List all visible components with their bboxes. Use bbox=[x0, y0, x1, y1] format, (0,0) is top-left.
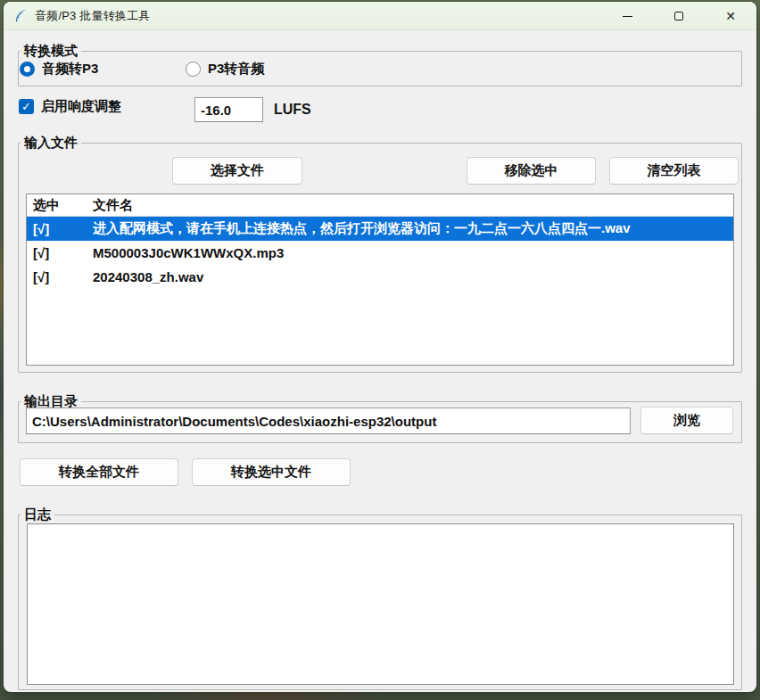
radio-audio-to-p3[interactable]: 音频转P3 bbox=[20, 59, 98, 78]
file-table-header: 选中 文件名 bbox=[27, 194, 733, 217]
convert-selected-button[interactable]: 转换选中文件 bbox=[192, 458, 351, 486]
checkbox-checked-icon: ✓ bbox=[19, 99, 34, 114]
clear-list-button[interactable]: 清空列表 bbox=[609, 157, 739, 185]
output-path-input[interactable]: C:\Users\Administrator\Documents\Codes\x… bbox=[26, 408, 631, 434]
radio-unselected-icon bbox=[186, 62, 201, 77]
loudness-checkbox-label: 启用响度调整 bbox=[41, 98, 121, 115]
row-check-cell: [√] bbox=[27, 221, 93, 236]
window-title: 音频/P3 批量转换工具 bbox=[35, 8, 151, 24]
app-window: 音频/P3 批量转换工具 ✕ 转换模式 音频转P3 P3转音频 ✓ 启用响度调整… bbox=[4, 2, 756, 692]
input-group-label: 输入文件 bbox=[21, 134, 81, 152]
row-filename-cell: M500003J0cWK1WWxQX.mp3 bbox=[93, 245, 733, 260]
lufs-input[interactable]: -16.0 bbox=[194, 97, 263, 122]
minimize-icon bbox=[623, 16, 632, 17]
log-textarea[interactable] bbox=[27, 523, 734, 685]
table-row[interactable]: [√] 20240308_zh.wav bbox=[27, 265, 733, 289]
column-header-checked: 选中 bbox=[27, 197, 93, 214]
convert-all-button[interactable]: 转换全部文件 bbox=[20, 458, 178, 486]
radio-label: 音频转P3 bbox=[42, 61, 98, 78]
titlebar: 音频/P3 批量转换工具 ✕ bbox=[4, 2, 756, 30]
table-row[interactable]: [√] M500003J0cWK1WWxQX.mp3 bbox=[27, 241, 733, 265]
select-files-button[interactable]: 选择文件 bbox=[172, 157, 302, 185]
column-header-filename: 文件名 bbox=[93, 197, 733, 214]
radio-label: P3转音频 bbox=[208, 61, 264, 78]
minimize-button[interactable] bbox=[601, 2, 653, 30]
radio-selected-icon bbox=[20, 62, 35, 77]
row-check-cell: [√] bbox=[27, 245, 93, 260]
close-icon: ✕ bbox=[725, 10, 736, 22]
table-row[interactable]: [√] 进入配网模式，请在手机上连接热点，然后打开浏览器访问：一九二点一六八点四… bbox=[27, 217, 733, 241]
file-table[interactable]: 选中 文件名 [√] 进入配网模式，请在手机上连接热点，然后打开浏览器访问：一九… bbox=[26, 194, 734, 366]
row-filename-cell: 20240308_zh.wav bbox=[93, 269, 733, 284]
loudness-checkbox[interactable]: ✓ 启用响度调整 bbox=[19, 98, 121, 115]
lufs-unit-label: LUFS bbox=[274, 102, 311, 118]
browse-button[interactable]: 浏览 bbox=[640, 407, 733, 434]
close-button[interactable]: ✕ bbox=[705, 2, 756, 30]
maximize-icon bbox=[674, 12, 683, 21]
mode-groupbox: 转换模式 音频转P3 P3转音频 bbox=[18, 51, 742, 86]
row-check-cell: [√] bbox=[27, 269, 93, 284]
tk-feather-icon bbox=[13, 8, 29, 23]
maximize-button[interactable] bbox=[653, 2, 705, 30]
mode-group-label: 转换模式 bbox=[21, 42, 81, 60]
remove-selected-button[interactable]: 移除选中 bbox=[467, 157, 596, 185]
radio-p3-to-audio[interactable]: P3转音频 bbox=[186, 59, 264, 78]
log-group-label: 日志 bbox=[21, 506, 54, 523]
caption-buttons: ✕ bbox=[601, 2, 756, 30]
row-filename-cell: 进入配网模式，请在手机上连接热点，然后打开浏览器访问：一九二点一六八点四点一.w… bbox=[93, 220, 733, 237]
